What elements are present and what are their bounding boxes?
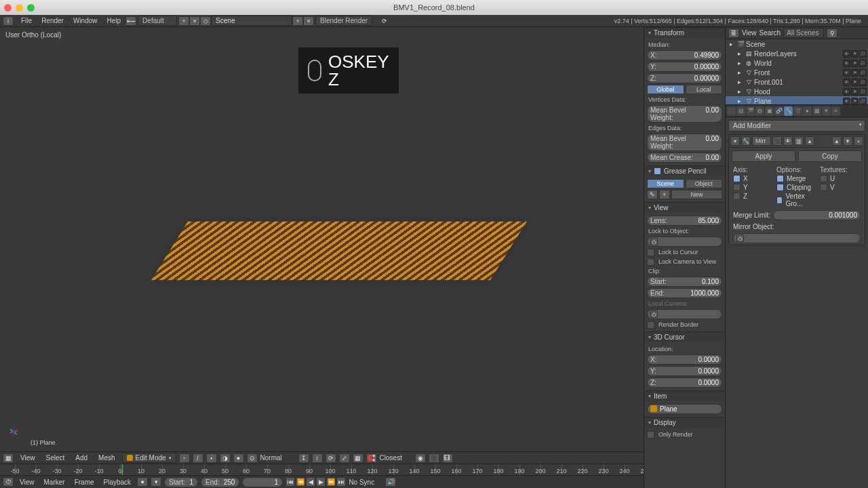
mod-delete-icon[interactable]: × [854,136,863,146]
back-to-previous-icon[interactable]: ⟵ [125,16,136,26]
cursor-z-field[interactable]: Z:0.0000 [647,378,722,388]
render-anim-icon[interactable]: 🎞 [442,453,453,463]
mod-display-icon[interactable]: 👁 [783,136,793,146]
mod-editmode-icon[interactable]: ▥ [794,136,804,146]
layout-add-icon[interactable]: + [178,16,189,26]
restrict-select-icon[interactable]: ➤ [851,98,859,105]
np-view-header[interactable]: View [644,203,725,213]
axis-z-check[interactable] [733,192,741,200]
tl-menu-marker[interactable]: Marker [41,479,68,486]
clip-start-field[interactable]: Start:0.100 [647,277,722,287]
mean-crease-field[interactable]: Mean Crease:0.00 [647,152,722,163]
jump-start-icon[interactable]: ⏮ [285,477,295,487]
gp-draw-icon[interactable]: ✎ [647,190,658,199]
menu-view[interactable]: View [16,454,39,462]
menu-help[interactable]: Help [102,17,126,24]
axis-y-check[interactable] [733,184,741,191]
autokey-icon[interactable]: ● [137,477,148,487]
outliner-row[interactable]: ▸▽Hood👁➤🎥 [726,87,868,96]
tex-v-check[interactable] [820,184,827,191]
outliner-row[interactable]: ▸▽Front👁➤🎥 [726,68,868,77]
pivot-icon[interactable]: ⊙ [247,453,258,463]
mod-cage-icon[interactable]: ▲ [805,136,814,146]
cursor-x-field[interactable]: X:0.0000 [647,354,722,365]
restrict-view-icon[interactable]: 👁 [843,60,850,67]
tab-layers-icon[interactable]: ▤ [736,106,745,116]
restrict-view-icon[interactable]: 👁 [843,50,850,58]
layers-icon[interactable]: ▦ [353,453,363,463]
restrict-view-icon[interactable]: 👁 [843,88,850,96]
vgroup-check[interactable] [776,197,783,204]
outliner-row[interactable]: ▸🎬Scene [726,39,868,49]
lock-object-field[interactable]: ◇ [647,237,722,247]
timeline-editor-icon[interactable]: ⏱ [3,477,14,487]
tab-object-icon[interactable]: ▣ [765,106,774,116]
ol-menu-view[interactable]: View [742,29,757,37]
menu-add[interactable]: Add [71,454,92,462]
render-border-check[interactable] [647,321,654,329]
lock-cursor-check[interactable] [647,249,654,256]
view3d-region[interactable]: User Ortho (Local) OSKEY Z (1) Plane [0,27,644,451]
restrict-view-icon[interactable]: 👁 [843,69,850,77]
gp-scene-button[interactable]: Scene [647,179,684,188]
keyframe-next-icon[interactable]: ⏩ [326,477,336,487]
mod-movedown-icon[interactable]: ▼ [843,136,852,146]
np-gp-header[interactable]: Grease Pencil [644,166,725,176]
audio-mute-icon[interactable]: 🔊 [385,477,396,487]
tab-data-icon[interactable]: ▽ [793,106,802,116]
median-x-field[interactable]: X:0.49900 [647,50,722,60]
restrict-render-icon[interactable]: 🎥 [859,98,867,105]
timeline-cursor[interactable] [122,464,123,475]
local-cam-field[interactable]: ◇ [647,309,722,319]
close-icon[interactable] [4,4,12,12]
clipping-check[interactable] [776,184,784,191]
outliner-row[interactable]: ▸◍World👁➤🎥 [726,58,868,68]
mirror-object-field[interactable]: ◇ [733,233,861,243]
restrict-render-icon[interactable]: 🎥 [859,50,867,58]
scene-browse-icon[interactable]: ◇ [200,16,211,26]
menu-mesh[interactable]: Mesh [94,454,119,462]
outliner-row[interactable]: ▸▽Plane👁➤🎥 [726,96,868,104]
local-button[interactable]: Local [686,85,723,94]
mod-apply-button[interactable]: Apply [732,150,795,162]
snap-icon[interactable]: 🧲 [366,453,377,463]
restrict-select-icon[interactable]: ➤ [851,69,859,77]
render-engine-select[interactable]: Blender Render [315,16,372,26]
restrict-select-icon[interactable]: ➤ [851,60,859,67]
mean-bevel-e-field[interactable]: Mean Bevel Weight:0.00 [647,134,722,151]
tab-particles-icon[interactable]: ✶ [822,106,831,116]
restrict-render-icon[interactable]: 🎥 [859,69,867,77]
np-display-header[interactable]: Display [644,418,725,428]
np-item-header[interactable]: Item [644,391,725,401]
median-y-field[interactable]: Y:0.00000 [647,62,722,72]
sel-vert-icon[interactable]: ▫ [179,453,190,463]
end-frame-field[interactable]: End:250 [201,477,239,487]
orientation-select[interactable]: Normal [260,454,296,462]
mean-bevel-v-field[interactable]: Mean Bevel Weight:0.00 [647,105,722,123]
restrict-select-icon[interactable]: ➤ [851,50,859,58]
tl-menu-playback[interactable]: Playback [100,479,135,486]
only-render-check[interactable] [647,431,654,439]
tab-constraints-icon[interactable]: 🔗 [774,106,783,116]
play-rev-icon[interactable]: ◀ [306,477,315,487]
merge-limit-field[interactable]: 0.001000 [773,210,861,220]
restrict-view-icon[interactable]: 👁 [843,79,850,86]
tab-modifiers-icon[interactable]: 🔧 [784,106,793,116]
cam-picker-icon[interactable]: ◇ [650,310,658,318]
limit-sel-icon[interactable]: ◑ [220,453,231,463]
viewport-shading-icon[interactable]: ● [233,453,244,463]
tree-expand-icon[interactable]: ▸ [735,68,743,77]
axis-x-check[interactable] [733,175,741,182]
median-z-field[interactable]: Z:0.00000 [647,73,722,83]
cursor-y-field[interactable]: Y:0.0000 [647,366,722,376]
tab-physics-icon[interactable]: ⚛ [831,106,840,116]
render-preview-icon[interactable]: 🎥 [429,453,439,463]
gp-new-button[interactable]: New [671,190,722,199]
menu-file[interactable]: File [16,17,37,24]
lock-cam-check[interactable] [647,258,654,266]
minimize-icon[interactable] [16,4,23,12]
update-icon[interactable]: ⟳ [379,16,390,26]
gp-check-icon[interactable] [654,167,661,175]
outliner-tree[interactable]: ▸🎬Scene▸▤RenderLayers👁➤🎥▸◍World👁➤🎥▸▽Fron… [726,39,868,104]
restrict-render-icon[interactable]: 🎥 [859,60,867,67]
